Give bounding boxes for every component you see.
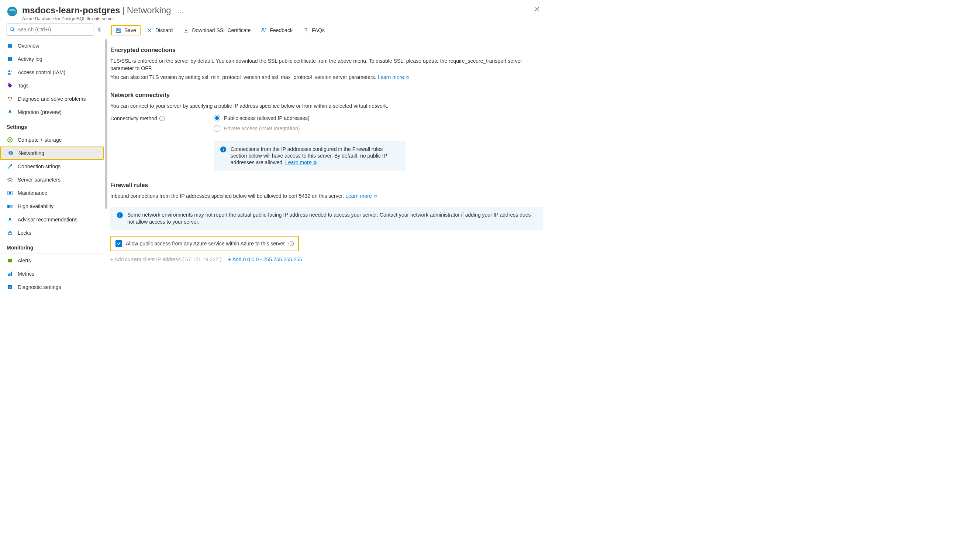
sidebar-item-alerts[interactable]: Alerts [0,254,104,267]
radio-public-access[interactable]: Public access (allowed IP addresses) [214,115,310,121]
info-icon: i [220,146,226,153]
faqs-button[interactable]: FAQs [299,25,329,35]
radio-private-access[interactable]: Private access (VNet Integration) [214,125,310,132]
svg-rect-5 [8,45,11,45]
sidebar-item-maintenance[interactable]: Maintenance [0,186,104,200]
sidebar-item-locks[interactable]: Locks [0,226,104,240]
svg-point-15 [8,167,9,169]
sidebar-item-label: Access control (IAM) [18,69,65,75]
search-input[interactable] [18,27,90,32]
discard-button[interactable]: Discard [142,25,177,35]
sidebar-item-connection-strings[interactable]: Connection strings [0,160,104,173]
radio-label: Private access (VNet Integration) [224,126,300,131]
sidebar-item-server-parameters[interactable]: Server parameters [0,173,104,186]
section-network-connectivity: Network connectivity You can connect to … [110,92,543,171]
tags-icon [6,82,13,89]
sidebar-item-label: Advisor recommendations [18,216,78,223]
learn-more-link[interactable]: Learn more ⧉ [377,74,409,80]
download-ssl-button[interactable]: Download SSL Certificate [178,25,255,35]
sidebar-item-label: Networking [18,150,44,156]
sidebar-item-label: Alerts [18,258,31,264]
sidebar-item-label: Maintenance [18,190,47,196]
svg-rect-21 [10,205,13,208]
svg-rect-27 [11,272,12,276]
lock-icon [6,229,13,236]
svg-point-2 [11,28,14,31]
external-link-icon: ⧉ [404,75,409,80]
svg-rect-24 [8,259,12,263]
save-icon [116,27,121,33]
svg-rect-20 [7,205,10,208]
svg-point-31 [262,29,264,30]
svg-rect-19 [9,192,11,194]
info-icon[interactable]: i [159,116,165,121]
svg-point-1 [9,9,16,12]
add-full-range-link[interactable]: + Add 0.0.0.0 - 255.255.255.255 [228,256,302,263]
sidebar-group-settings: Settings [0,119,104,131]
high-availability-icon [6,203,13,210]
sidebar-item-diagnose[interactable]: Diagnose and solve problems [0,92,104,105]
learn-more-link[interactable]: Learn more ⧉ [285,159,317,165]
info-callout: i Connections from the IP addresses conf… [214,141,406,171]
sidebar-item-advisor[interactable]: Advisor recommendations [0,213,104,226]
metrics-icon [6,270,13,277]
allow-azure-services-checkbox[interactable] [116,240,122,247]
toolbar-label: Download SSL Certificate [192,27,251,33]
svg-point-10 [10,100,11,102]
svg-point-17 [9,178,11,181]
sidebar-item-label: Metrics [18,271,34,277]
svg-line-3 [13,30,15,32]
networking-icon [7,150,14,156]
collapse-sidebar-icon[interactable] [96,26,104,33]
info-icon[interactable]: i [288,241,294,246]
save-button[interactable]: Save [111,25,141,35]
svg-point-16 [11,164,12,166]
toolbar: Save Discard Download SSL Certificate Fe… [109,24,548,37]
svg-point-8 [11,71,12,72]
add-current-client-ip[interactable]: + Add current client IP address ( 67.171… [110,256,221,263]
info-icon: i [117,212,123,218]
feedback-button[interactable]: Feedback [256,25,297,35]
external-link-icon: ⧉ [372,194,377,198]
sidebar-search[interactable] [6,24,93,35]
sidebar-item-overview[interactable]: Overview [0,39,104,53]
sidebar-item-migration[interactable]: Migration (preview) [0,105,104,119]
compute-icon [6,137,13,143]
sidebar-item-label: Connection strings [18,164,60,169]
blade-header: msdocs-learn-postgres | Networking … Azu… [0,0,548,24]
close-button[interactable] [533,5,541,13]
connectivity-method-label: Connectivity method i [110,115,214,121]
download-icon [183,27,189,33]
sidebar-item-label: Tags [18,83,29,89]
activity-log-icon [6,56,13,62]
sidebar-item-diagnostic-settings[interactable]: Diagnostic settings [0,280,104,294]
sidebar-item-networking[interactable]: Networking [0,146,104,160]
svg-point-13 [9,139,11,141]
sidebar-item-tags[interactable]: Tags [0,79,104,92]
sidebar-item-metrics[interactable]: Metrics [0,267,104,280]
more-actions-icon[interactable]: … [173,6,185,14]
sidebar-item-label: Overview [18,43,39,49]
radio-label: Public access (allowed IP addresses) [224,115,310,121]
resource-type-label: Azure Database for PostgreSQL flexible s… [22,16,185,21]
help-icon [303,27,309,33]
section-firewall-rules: Firewall rules Inbound connections from … [110,182,543,263]
section-heading: Firewall rules [110,182,543,189]
migration-icon [6,109,13,116]
sidebar-item-label: Migration (preview) [18,109,62,115]
sidebar-item-iam[interactable]: Access control (IAM) [0,66,104,79]
advisor-icon [6,216,13,223]
sidebar-scrollbar[interactable] [105,39,107,297]
overview-icon [6,43,13,49]
learn-more-link[interactable]: Learn more ⧉ [345,193,377,199]
info-callout: i Some network environments may not repo… [110,207,543,230]
diagnose-icon [6,95,13,102]
sidebar-group-monitoring: Monitoring [0,240,104,252]
svg-point-32 [305,32,306,32]
sidebar-item-compute-storage[interactable]: Compute + storage [0,133,104,146]
sidebar-item-label: High availability [18,203,54,209]
search-icon [10,27,15,32]
external-link-icon: ⧉ [312,160,316,165]
sidebar-item-high-availability[interactable]: High availability [0,200,104,213]
sidebar-item-activity-log[interactable]: Activity log [0,53,104,66]
